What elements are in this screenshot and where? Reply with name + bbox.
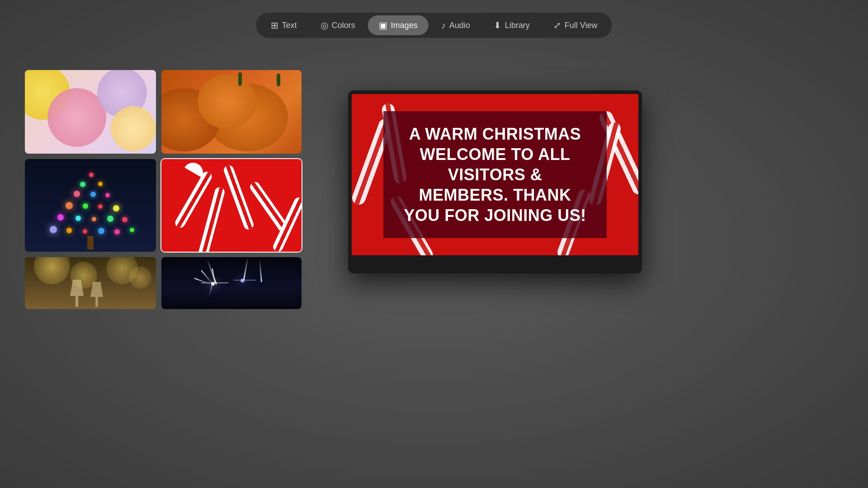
text-icon: ⊞ (271, 20, 278, 31)
monitor-text-box: A WARM CHRISTMAS WELCOME TO ALL VISITORS… (383, 111, 607, 238)
monitor-screen: A WARM CHRISTMAS WELCOME TO ALL VISITORS… (352, 94, 638, 255)
nav-library[interactable]: ⬇ Library (483, 15, 541, 35)
monitor-text-overlay: A WARM CHRISTMAS WELCOME TO ALL VISITORS… (352, 94, 638, 255)
grid-item-fireworks[interactable] (161, 257, 302, 309)
grid-item-christmas-tree[interactable]: // We'll place dots via inline style abs… (25, 159, 156, 252)
monitor-frame: A WARM CHRISTMAS WELCOME TO ALL VISITORS… (348, 90, 642, 273)
grid-item-pumpkins[interactable] (161, 70, 302, 154)
nav-library-label: Library (505, 21, 530, 30)
nav-text[interactable]: ⊞ Text (260, 15, 308, 35)
nav-images-label: Images (391, 21, 418, 30)
monitor-text-content: A WARM CHRISTMAS WELCOME TO ALL VISITORS… (401, 124, 589, 225)
images-icon: ▣ (379, 20, 387, 31)
nav-audio[interactable]: ♪ Audio (430, 16, 481, 35)
audio-icon: ♪ (441, 20, 446, 31)
grid-item-macarons[interactable] (25, 70, 156, 154)
grid-item-champagne[interactable] (25, 257, 156, 309)
image-grid: // We'll place dots via inline style abs… (25, 70, 302, 309)
fullview-icon: ⤢ (553, 20, 561, 31)
nav-images[interactable]: ▣ Images (368, 15, 429, 35)
grid-item-candy-canes[interactable] (161, 159, 302, 252)
library-icon: ⬇ (494, 20, 501, 31)
nav-colors[interactable]: ◎ Colors (310, 15, 366, 35)
nav-audio-label: Audio (449, 21, 470, 30)
nav-bar: ⊞ Text ◎ Colors ▣ Images ♪ Audio ⬇ Libra… (256, 13, 612, 38)
nav-fullview[interactable]: ⤢ Full View (542, 15, 609, 35)
nav-text-label: Text (282, 21, 297, 30)
nav-fullview-label: Full View (565, 21, 598, 30)
colors-icon: ◎ (321, 20, 328, 31)
monitor-container: A WARM CHRISTMAS WELCOME TO ALL VISITORS… (348, 90, 642, 273)
nav-colors-label: Colors (332, 21, 355, 30)
